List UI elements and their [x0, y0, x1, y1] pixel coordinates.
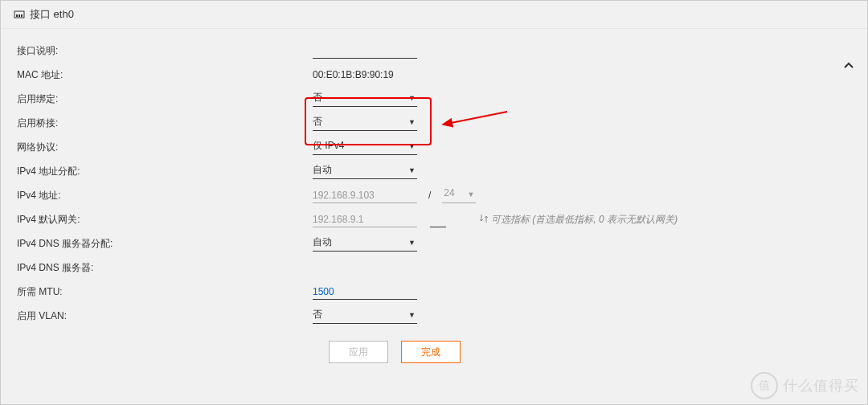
interface-icon: [14, 9, 25, 20]
label-desc: 接口说明:: [17, 44, 313, 58]
label-mtu: 所需 MTU:: [17, 285, 313, 299]
label-dnsserver: IPv4 DNS 服务器:: [17, 261, 313, 275]
watermark-badge: 值: [751, 372, 778, 399]
vlan-select-value: 否: [313, 308, 322, 321]
metric-input-placeholder: [430, 211, 446, 227]
row-ipv4assign: IPv4 地址分配: 自动 ▼: [17, 159, 867, 183]
bond-select[interactable]: 否 ▼: [313, 91, 417, 107]
page-root: 接口 eth0 接口说明: MAC 地址: 00:E0:1B:B9:90:19 …: [0, 0, 868, 405]
label-mac: MAC 地址:: [17, 68, 313, 82]
label-ipv4assign: IPv4 地址分配:: [17, 165, 313, 178]
caret-down-icon: ▼: [408, 94, 416, 102]
row-mtu: 所需 MTU:: [17, 280, 867, 304]
ipv4assign-select[interactable]: 自动 ▼: [313, 163, 417, 179]
row-bridge: 启用桥接: 否 ▼: [17, 111, 867, 135]
label-bond: 启用绑定:: [17, 92, 313, 106]
svg-rect-3: [21, 14, 23, 17]
gateway-input[interactable]: [313, 212, 417, 227]
caret-down-icon: ▼: [408, 166, 416, 174]
caret-down-icon: ▼: [408, 311, 416, 319]
vlan-select[interactable]: 否 ▼: [313, 308, 417, 324]
caret-down-icon: ▼: [408, 239, 416, 247]
ipv4addr-input[interactable]: [313, 188, 417, 203]
desc-input[interactable]: [313, 43, 417, 59]
row-gateway: IPv4 默认网关: 可选指标 (首选最低指标, 0 表示无默认网关): [17, 207, 867, 231]
mtu-input[interactable]: [313, 284, 417, 300]
panel-title: 接口 eth0: [30, 7, 74, 22]
label-gateway: IPv4 默认网关:: [17, 213, 313, 227]
bond-select-value: 否: [313, 91, 322, 104]
ipv4assign-select-value: 自动: [313, 163, 332, 177]
watermark-text: 什么值得买: [783, 376, 859, 395]
mac-value: 00:E0:1B:B9:90:19: [313, 69, 394, 80]
gateway-hint: 可选指标 (首选最低指标, 0 表示无默认网关): [480, 213, 678, 227]
row-desc: 接口说明:: [17, 39, 867, 63]
sort-icon: [480, 214, 488, 226]
label-bridge: 启用桥接:: [17, 117, 313, 130]
row-bond: 启用绑定: 否 ▼: [17, 87, 867, 111]
label-vlan: 启用 VLAN:: [17, 309, 313, 323]
gateway-hint-text: 可选指标 (首选最低指标, 0 表示无默认网关): [491, 213, 678, 227]
row-ipv4addr: IPv4 地址: / 24 ▼: [17, 183, 867, 207]
form: 接口说明: MAC 地址: 00:E0:1B:B9:90:19 启用绑定: 否 …: [1, 29, 867, 363]
dnsassign-select[interactable]: 自动 ▼: [313, 235, 417, 252]
subnet-separator: /: [428, 190, 431, 201]
row-proto: 网络协议: 仅 IPv4 ▼: [17, 135, 867, 159]
bridge-select[interactable]: 否 ▼: [313, 115, 417, 131]
label-ipv4addr: IPv4 地址:: [17, 189, 313, 202]
bridge-select-value: 否: [313, 115, 322, 129]
subnet-value: 24: [444, 187, 454, 198]
panel-header: 接口 eth0: [1, 1, 867, 29]
collapse-icon[interactable]: [843, 60, 854, 75]
label-dnsassign: IPv4 DNS 服务器分配:: [17, 237, 313, 251]
row-dnsserver: IPv4 DNS 服务器:: [17, 256, 867, 280]
watermark: 值 什么值得买: [751, 372, 859, 399]
row-mac: MAC 地址: 00:E0:1B:B9:90:19: [17, 63, 867, 87]
proto-select-value: 仅 IPv4: [313, 139, 344, 153]
caret-down-icon: ▼: [408, 118, 416, 126]
row-dnsassign: IPv4 DNS 服务器分配: 自动 ▼: [17, 231, 867, 256]
svg-rect-1: [16, 14, 18, 17]
label-proto: 网络协议:: [17, 141, 313, 154]
row-vlan: 启用 VLAN: 否 ▼: [17, 304, 867, 328]
apply-button[interactable]: 应用: [329, 341, 388, 363]
done-button[interactable]: 完成: [401, 341, 461, 363]
caret-down-icon: ▼: [467, 190, 474, 198]
button-row: 应用 完成: [329, 341, 867, 363]
caret-down-icon: ▼: [408, 142, 416, 150]
dnsassign-select-value: 自动: [313, 235, 332, 249]
subnet-select[interactable]: 24 ▼: [442, 187, 476, 203]
proto-select[interactable]: 仅 IPv4 ▼: [313, 139, 417, 155]
svg-rect-2: [18, 14, 20, 17]
